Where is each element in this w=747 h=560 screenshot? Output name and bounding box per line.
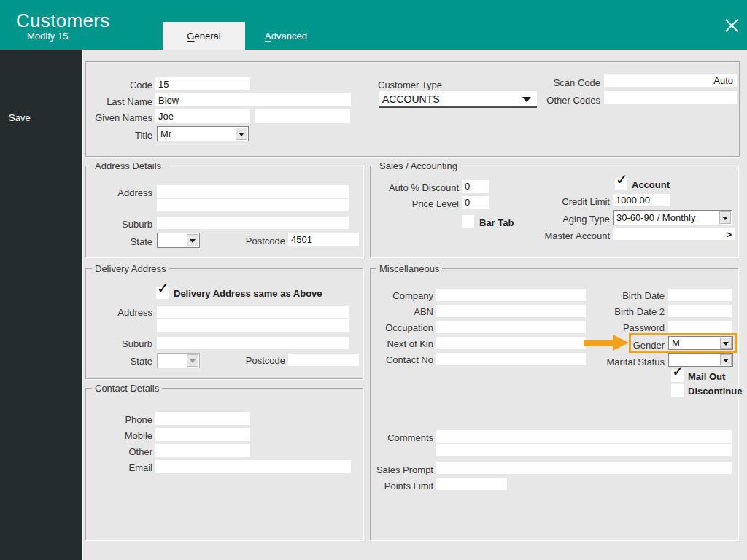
phone-input[interactable] bbox=[155, 412, 250, 425]
sidebar: Save POS 1 v9 Build 14 Dev 30 bbox=[0, 50, 82, 560]
state-select[interactable] bbox=[157, 233, 200, 248]
mobile-input[interactable] bbox=[155, 428, 250, 441]
master-account-label: Master Account bbox=[530, 230, 610, 241]
discontinue-checkbox[interactable] bbox=[671, 384, 684, 397]
delivery-same-as-above-checkbox[interactable]: ✓ bbox=[156, 287, 169, 299]
tab-advanced-label: Advanced bbox=[265, 31, 307, 42]
dropdown-arrow-icon[interactable] bbox=[719, 211, 731, 224]
other-input[interactable] bbox=[155, 444, 250, 457]
account-label: Account bbox=[632, 179, 670, 190]
points-limit-label: Points Limit bbox=[353, 481, 433, 491]
given-names-input[interactable] bbox=[155, 109, 250, 122]
delivery-state-select[interactable] bbox=[157, 353, 200, 368]
phone-label: Phone bbox=[72, 414, 152, 425]
master-account-input[interactable] bbox=[613, 228, 735, 240]
comments-label: Comments bbox=[353, 432, 433, 443]
suburb-input[interactable] bbox=[157, 217, 349, 229]
page-title: Customers bbox=[16, 9, 109, 32]
price-level-input[interactable] bbox=[462, 196, 489, 209]
suburb-label: Suburb bbox=[72, 219, 152, 230]
dropdown-arrow-icon bbox=[522, 97, 531, 106]
last-name-input[interactable] bbox=[155, 93, 351, 106]
birth-date-2-input[interactable] bbox=[668, 305, 732, 317]
customer-type-value: ACCOUNTS bbox=[382, 93, 440, 105]
master-account-lookup-button[interactable]: > bbox=[726, 229, 732, 240]
delivery-state-label: State bbox=[72, 356, 152, 367]
sales-prompt-input[interactable] bbox=[436, 462, 732, 474]
scan-code-field: Auto bbox=[604, 74, 737, 87]
account-checkbox[interactable]: ✓ bbox=[615, 178, 627, 190]
state-label: State bbox=[72, 236, 152, 247]
delivery-postcode-input[interactable] bbox=[288, 354, 359, 366]
abn-label: ABN bbox=[353, 306, 433, 317]
credit-limit-label: Credit Limit bbox=[530, 196, 610, 207]
password-input[interactable] bbox=[668, 321, 732, 333]
check-icon: ✓ bbox=[672, 363, 684, 379]
mail-out-checkbox[interactable]: ✓ bbox=[671, 370, 684, 382]
marital-status-label: Marital Status bbox=[584, 357, 665, 368]
company-input[interactable] bbox=[436, 289, 586, 301]
contact-no-input[interactable] bbox=[436, 353, 586, 365]
other-codes-input[interactable] bbox=[604, 91, 737, 104]
delivery-postcode-label: Postcode bbox=[209, 355, 285, 366]
title-select[interactable]: Mr bbox=[157, 126, 249, 141]
delivery-suburb-label: Suburb bbox=[72, 338, 152, 349]
postcode-label: Postcode bbox=[209, 236, 285, 246]
delivery-address-legend: Delivery Address bbox=[92, 263, 169, 274]
comments-line2-input[interactable] bbox=[436, 444, 732, 456]
mobile-label: Mobile bbox=[72, 430, 152, 441]
credit-limit-input[interactable] bbox=[613, 194, 670, 206]
save-button[interactable]: Save bbox=[9, 112, 31, 123]
address-line1-input[interactable] bbox=[157, 185, 349, 198]
dropdown-arrow-icon[interactable] bbox=[236, 128, 247, 140]
check-icon: ✓ bbox=[157, 280, 169, 296]
close-button[interactable] bbox=[719, 15, 744, 36]
birth-date-2-label: Birth Date 2 bbox=[584, 306, 665, 317]
aging-type-value: 30-60-90 / Monthly bbox=[616, 212, 695, 223]
contact-no-label: Contact No bbox=[353, 354, 433, 365]
discontinue-label: Discontinue bbox=[688, 386, 742, 397]
other-label: Other bbox=[72, 446, 152, 457]
gender-highlight-box bbox=[629, 332, 737, 353]
highlight-arrow-icon bbox=[584, 340, 614, 346]
miscellaneous-legend: Miscellaneous bbox=[376, 263, 442, 274]
price-level-label: Price Level bbox=[375, 198, 459, 209]
customer-type-select[interactable]: ACCOUNTS bbox=[379, 91, 537, 108]
address-line2-input[interactable] bbox=[157, 199, 349, 211]
last-name-label: Last Name bbox=[72, 96, 152, 107]
company-label: Company bbox=[353, 290, 433, 301]
email-input[interactable] bbox=[155, 460, 351, 473]
comments-line1-input[interactable] bbox=[436, 430, 732, 443]
check-icon: ✓ bbox=[616, 171, 628, 187]
dropdown-arrow-icon[interactable] bbox=[187, 234, 198, 246]
birth-date-input[interactable] bbox=[668, 289, 732, 301]
birth-date-label: Birth Date bbox=[584, 290, 665, 301]
highlight-arrow-icon bbox=[613, 335, 629, 351]
dropdown-arrow-icon bbox=[187, 354, 198, 367]
dropdown-arrow-icon[interactable] bbox=[720, 354, 732, 365]
bar-tab-label: Bar Tab bbox=[479, 217, 514, 228]
customer-type-label: Customer Type bbox=[378, 79, 465, 90]
customers-window: Customers Modify 15 General Advanced Sav… bbox=[0, 0, 747, 560]
delivery-address-line2-input[interactable] bbox=[157, 319, 349, 332]
points-limit-input[interactable] bbox=[436, 478, 507, 490]
bar-tab-checkbox[interactable] bbox=[462, 215, 474, 228]
aging-type-select[interactable]: 30-60-90 / Monthly bbox=[613, 210, 732, 225]
tab-advanced[interactable]: Advanced bbox=[245, 22, 327, 50]
given-names-2-input[interactable] bbox=[255, 109, 350, 122]
postcode-input[interactable] bbox=[288, 233, 359, 246]
address-details-legend: Address Details bbox=[92, 160, 164, 171]
abn-input[interactable] bbox=[436, 305, 586, 317]
tab-general[interactable]: General bbox=[163, 22, 245, 50]
auto-discount-label: Auto % Discount bbox=[375, 182, 459, 193]
page-subtitle: Modify 15 bbox=[27, 31, 68, 42]
scan-code-mode: Auto bbox=[713, 75, 733, 86]
title-value: Mr bbox=[160, 128, 171, 139]
occupation-input[interactable] bbox=[436, 321, 586, 333]
code-input[interactable] bbox=[155, 77, 250, 90]
delivery-address-line1-input[interactable] bbox=[157, 306, 349, 318]
delivery-suburb-input[interactable] bbox=[157, 337, 349, 349]
auto-discount-input[interactable] bbox=[462, 180, 489, 192]
email-label: Email bbox=[72, 462, 152, 473]
next-of-kin-input[interactable] bbox=[436, 337, 586, 349]
